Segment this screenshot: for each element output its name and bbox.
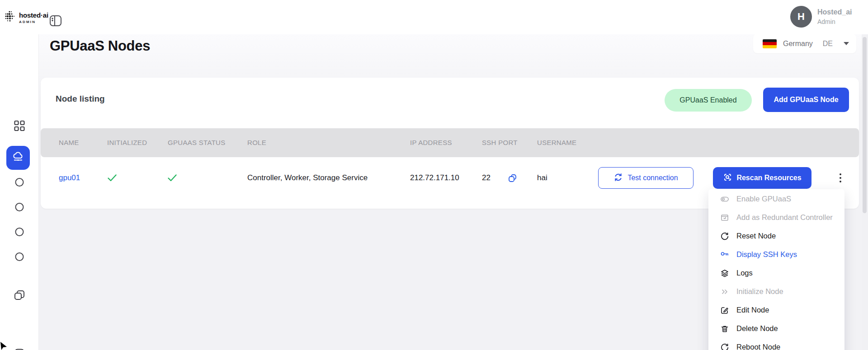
gpuaas-status-check-icon [167, 173, 178, 185]
copy-icon[interactable] [508, 173, 517, 185]
node-circle-icon-2[interactable] [15, 203, 24, 211]
layers-icon [720, 269, 729, 278]
ip-value: 212.72.171.10 [410, 167, 459, 189]
node-name-link[interactable]: gpu01 [59, 167, 80, 189]
node-actions-menu: Enable GPUaaS Add as Redundant Controlle… [708, 189, 844, 350]
sidebar-toggle-icon[interactable] [49, 14, 62, 28]
menu-item-reset-node[interactable]: Reset Node [708, 227, 844, 245]
sync-icon [613, 173, 623, 184]
role-value: Controller, Worker, Storage Service [247, 167, 368, 189]
locale-country: Germany [783, 40, 816, 48]
mouse-cursor [0, 342, 7, 350]
toggle-icon [720, 195, 729, 204]
menu-item-logs[interactable]: Logs [708, 264, 844, 282]
instances-squares-icon[interactable] [14, 289, 25, 303]
scan-icon [723, 173, 732, 184]
locale-selector[interactable]: Germany DE [753, 34, 856, 53]
col-role: ROLE [247, 128, 266, 157]
scrollbar-thumb[interactable] [863, 37, 867, 213]
node-circle-icon-3[interactable] [15, 228, 24, 236]
menu-item-reboot-node[interactable]: Reboot Node [708, 338, 844, 350]
reset-icon [720, 232, 729, 241]
brand-subtitle: ADMIN [19, 20, 48, 24]
edit-icon [720, 306, 729, 315]
brand-logo: hosted·ai ADMIN [5, 10, 48, 25]
test-connection-label: Test connection [627, 174, 678, 182]
locale-code: DE [823, 40, 833, 48]
user-name: Hosted_ai [817, 8, 852, 16]
test-connection-button[interactable]: Test connection [598, 167, 693, 189]
rescan-resources-label: Rescan Resources [736, 174, 801, 182]
support-chat-icon[interactable] [13, 348, 25, 350]
avatar[interactable]: H [790, 6, 812, 28]
ssh-port-value: 22 [482, 167, 491, 189]
add-gpuaas-node-button[interactable]: Add GPUaaS Node [763, 88, 849, 112]
sidebar-item-gpuaas-nodes[interactable] [6, 146, 30, 170]
row-actions-kebab-icon[interactable] [835, 168, 845, 188]
col-username: USERNAME [537, 128, 576, 157]
col-ip-address: IP ADDRESS [410, 128, 452, 157]
germany-flag-icon [763, 39, 777, 48]
sidebar-nav [0, 34, 39, 350]
col-gpuaas-status: GPUAAS STATUS [168, 128, 226, 157]
status-badge: GPUaaS Enabled [665, 89, 752, 112]
menu-item-add-redundant-controller: Add as Redundant Controller [708, 208, 844, 227]
node-circle-icon-1[interactable] [15, 178, 24, 187]
menu-item-display-ssh-keys[interactable]: Display SSH Keys [708, 245, 844, 264]
gpuaas-nodes-page: hosted·ai ADMIN H Hosted_ai Admin [0, 0, 868, 350]
reboot-icon [720, 343, 729, 350]
topbar: hosted·ai ADMIN H Hosted_ai Admin [0, 0, 868, 34]
menu-item-enable-gpuaas: Enable GPUaaS [708, 190, 844, 208]
card-title: Node listing [56, 94, 105, 104]
col-name: NAME [59, 128, 79, 157]
controller-box-icon [720, 213, 729, 222]
trash-icon [720, 324, 729, 333]
node-circle-icon-4[interactable] [15, 252, 24, 261]
menu-item-delete-node[interactable]: Delete Node [708, 319, 844, 338]
initialized-check-icon [107, 173, 118, 185]
dashboard-grid-icon[interactable] [13, 120, 25, 134]
username-value: hai [537, 167, 547, 189]
brand-name: hosted·ai [19, 11, 48, 19]
rescan-resources-button[interactable]: Rescan Resources [713, 167, 811, 189]
user-role: Admin [817, 18, 852, 25]
col-ssh-port: SSH PORT [482, 128, 518, 157]
table-header: NAME INITIALIZED GPUAAS STATUS ROLE IP A… [41, 128, 859, 157]
user-menu[interactable]: H Hosted_ai Admin [790, 6, 852, 28]
col-initialized: INITIALIZED [107, 128, 147, 157]
gpuaas-cloud-icon [11, 150, 25, 166]
page-title: GPUaaS Nodes [50, 38, 150, 54]
key-icon [720, 250, 729, 259]
page-scrollbar [862, 34, 868, 350]
menu-item-edit-node[interactable]: Edit Node [708, 301, 844, 319]
chevrons-right-icon [720, 287, 729, 296]
brand-dots-icon [5, 10, 15, 25]
chevron-down-icon [844, 42, 849, 45]
menu-item-initialize-node: Initialize Node [708, 282, 844, 301]
